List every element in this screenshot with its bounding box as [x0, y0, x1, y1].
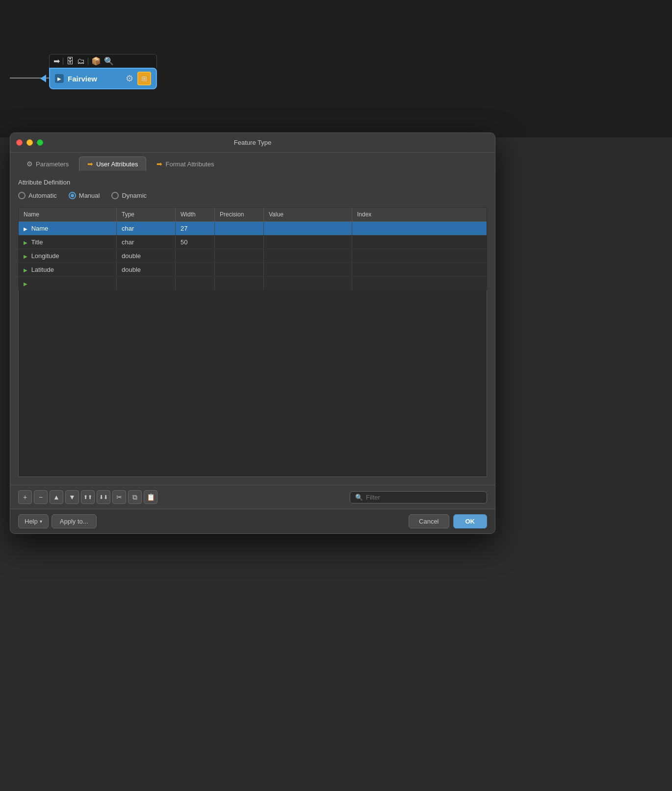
cell-name-0: ▶ Name [19, 222, 117, 236]
feature-type-dialog: Feature Type ⚙ Parameters ➡ User Attribu… [10, 132, 495, 534]
toolbar-divider-1 [63, 58, 63, 65]
cell-precision-0 [215, 222, 264, 236]
tab-parameters[interactable]: ⚙ Parameters [18, 157, 77, 171]
dialog-content: Attribute Definition Automatic Manual Dy… [10, 171, 495, 485]
table-row[interactable]: ▶ Latitude double [19, 263, 487, 277]
radio-manual[interactable]: Manual [69, 192, 100, 199]
tab-user-attributes[interactable]: ➡ User Attributes [79, 157, 146, 171]
cancel-button[interactable]: Cancel [409, 514, 449, 528]
radio-label-manual: Manual [79, 192, 100, 199]
col-header-index: Index [352, 208, 487, 222]
cell-type-2: double [117, 249, 176, 263]
table-row[interactable]: ▶ Title char 50 [19, 236, 487, 249]
cell-precision-4 [215, 277, 264, 290]
filter-input[interactable] [366, 494, 482, 501]
cell-value-3 [264, 263, 352, 277]
footer-right: Cancel OK [409, 514, 487, 528]
section-title: Attribute Definition [18, 179, 487, 186]
filter-area: 🔍 [350, 491, 487, 503]
node-toolbar: ➡ 🗄 🗂 📦 🔍 [49, 54, 157, 68]
close-button[interactable] [16, 139, 23, 146]
radio-automatic[interactable]: Automatic [18, 192, 57, 199]
toolbar-icon-folder[interactable]: 🗂 [77, 57, 85, 66]
dialog-footer: Help ▾ Apply to... Cancel OK [10, 509, 495, 533]
ok-button[interactable]: OK [453, 514, 488, 528]
toolbar-divider-2 [88, 58, 88, 65]
footer-left: Help ▾ Apply to... [18, 514, 97, 528]
node-body[interactable]: ▶ Fairview ⚙ ⊞ [49, 68, 157, 89]
cell-type-3: double [117, 263, 176, 277]
node-table-icon[interactable]: ⊞ [137, 72, 151, 85]
col-header-type: Type [117, 208, 176, 222]
cell-name-4: ▶ [19, 277, 117, 290]
help-button[interactable]: Help ▾ [18, 514, 49, 528]
add-row-button[interactable]: + [18, 490, 32, 504]
dialog-titlebar: Feature Type [10, 133, 495, 153]
cell-width-0: 27 [176, 222, 215, 236]
move-down-button[interactable]: ▼ [65, 490, 79, 504]
tab-user-attributes-label: User Attributes [96, 160, 138, 168]
cell-width-3 [176, 263, 215, 277]
row-arrow-4: ▶ [24, 281, 27, 287]
table-row[interactable]: ▶ [19, 277, 487, 290]
tab-parameters-label: Parameters [36, 160, 69, 168]
cell-width-1: 50 [176, 236, 215, 249]
dialog-title: Feature Type [234, 139, 271, 146]
table-header-row: Name Type Width Precision Value Index [19, 208, 487, 222]
toolbar-icon-box[interactable]: 📦 [91, 56, 101, 66]
col-header-value: Value [264, 208, 352, 222]
cell-precision-3 [215, 263, 264, 277]
radio-circle-automatic [18, 192, 26, 199]
cell-type-1: char [117, 236, 176, 249]
toolbar-icon-arrow[interactable]: ➡ [53, 56, 60, 66]
cell-precision-2 [215, 249, 264, 263]
table-row[interactable]: ▶ Name char 27 [19, 222, 487, 236]
cell-index-2 [352, 249, 487, 263]
cell-index-0 [352, 222, 487, 236]
paste-button[interactable]: 📋 [144, 490, 157, 504]
cell-value-2 [264, 249, 352, 263]
node-gear-icon[interactable]: ⚙ [126, 73, 133, 84]
col-header-name: Name [19, 208, 117, 222]
move-bottom-button[interactable]: ⬇⬇ [97, 490, 110, 504]
radio-label-dynamic: Dynamic [122, 192, 147, 199]
node-play-button[interactable]: ▶ [55, 74, 64, 83]
tab-format-attributes[interactable]: ➡ Format Attributes [148, 157, 222, 171]
cut-button[interactable]: ✂ [112, 490, 126, 504]
maximize-button[interactable] [37, 139, 43, 146]
node-arrow-left [40, 75, 46, 82]
cell-precision-1 [215, 236, 264, 249]
toolbar-icon-db[interactable]: 🗄 [66, 57, 74, 66]
cell-value-1 [264, 236, 352, 249]
table-empty-area [18, 290, 487, 477]
cell-index-1 [352, 236, 487, 249]
remove-row-button[interactable]: − [34, 490, 48, 504]
cell-name-1: ▶ Title [19, 236, 117, 249]
cell-name-2: ▶ Longitude [19, 249, 117, 263]
tab-format-attributes-label: Format Attributes [165, 160, 214, 168]
apply-to-button[interactable]: Apply to... [52, 514, 97, 528]
cell-type-0: char [117, 222, 176, 236]
move-up-button[interactable]: ▲ [50, 490, 63, 504]
toolbar-icon-search[interactable]: 🔍 [104, 56, 114, 66]
table-row[interactable]: ▶ Longitude double [19, 249, 487, 263]
parameters-tab-icon: ⚙ [26, 160, 33, 168]
row-arrow-3: ▶ [24, 267, 27, 273]
help-dropdown-icon: ▾ [40, 519, 42, 524]
radio-label-automatic: Automatic [28, 192, 57, 199]
move-top-button[interactable]: ⬆⬆ [81, 490, 95, 504]
cell-type-4 [117, 277, 176, 290]
dialog-tabs: ⚙ Parameters ➡ User Attributes ➡ Format … [10, 153, 495, 171]
copy-button[interactable]: ⧉ [128, 490, 142, 504]
cell-name-3: ▶ Latitude [19, 263, 117, 277]
traffic-lights [16, 139, 43, 146]
cell-value-4 [264, 277, 352, 290]
attribute-table: Name Type Width Precision Value Index ▶ … [18, 207, 487, 290]
filter-search-icon: 🔍 [355, 494, 363, 501]
minimize-button[interactable] [26, 139, 33, 146]
user-attributes-tab-icon: ➡ [87, 160, 93, 168]
node-table-symbol: ⊞ [141, 75, 147, 82]
bottom-toolbar: + − ▲ ▼ ⬆⬆ ⬇⬇ ✂ ⧉ 📋 🔍 [10, 485, 495, 509]
radio-circle-manual [69, 192, 76, 199]
radio-dynamic[interactable]: Dynamic [111, 192, 147, 199]
